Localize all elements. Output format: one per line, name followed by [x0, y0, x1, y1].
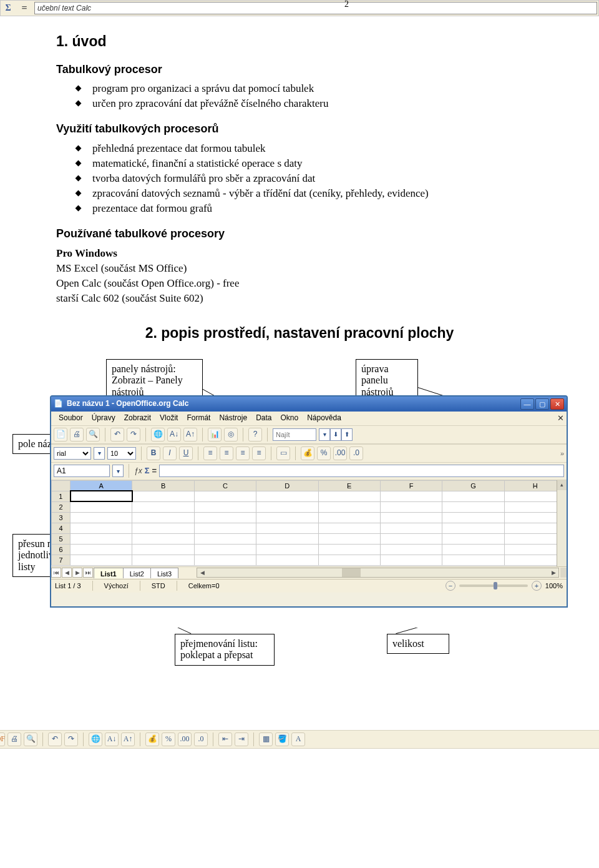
menu-nastroje[interactable]: Nástroje — [215, 412, 251, 425]
sort-asc-icon[interactable]: A↓ — [167, 428, 181, 441]
pdf-icon[interactable]: PDF — [0, 732, 5, 746]
maximize-button[interactable]: ▢ — [535, 398, 549, 410]
column-header[interactable]: B — [132, 480, 194, 491]
close-button[interactable]: ✕ — [550, 398, 564, 410]
sort-desc-icon[interactable]: A↑ — [121, 732, 135, 746]
preview-icon[interactable]: 🔍 — [86, 428, 100, 441]
find-input[interactable] — [273, 428, 316, 441]
row-header[interactable]: 6 — [52, 544, 71, 555]
currency-icon[interactable]: 💰 — [301, 446, 314, 460]
chevron-down-icon[interactable]: ▾ — [94, 447, 105, 460]
percent-icon[interactable]: % — [317, 446, 331, 460]
remove-decimal-icon[interactable]: .0 — [194, 732, 208, 746]
menu-napoveda[interactable]: Nápověda — [303, 412, 345, 425]
row-header[interactable]: 7 — [52, 555, 71, 565]
row-header[interactable]: 3 — [52, 512, 71, 523]
select-all-corner[interactable] — [52, 480, 71, 491]
equals-icon[interactable]: = — [152, 466, 157, 476]
zoom-in-button[interactable]: + — [532, 581, 542, 591]
menu-data[interactable]: Data — [252, 412, 275, 425]
row-header[interactable]: 4 — [52, 523, 71, 533]
close-doc-icon[interactable]: ✕ — [557, 413, 564, 424]
cell[interactable] — [71, 501, 132, 512]
align-center-icon[interactable]: ≡ — [220, 446, 233, 460]
increase-indent-icon[interactable]: ⇥ — [235, 732, 248, 746]
chart-icon[interactable]: 📊 — [208, 428, 222, 441]
column-header[interactable]: F — [380, 480, 442, 491]
zoom-slider[interactable] — [459, 584, 528, 587]
column-header[interactable]: E — [318, 480, 380, 491]
font-select[interactable]: rial — [54, 447, 91, 460]
find-prev-icon[interactable]: ⬇ — [330, 428, 341, 441]
percent-icon[interactable]: % — [162, 732, 175, 746]
menu-format[interactable]: Formát — [183, 412, 214, 425]
column-header[interactable]: C — [194, 480, 256, 491]
menu-soubor[interactable]: Soubor — [55, 412, 87, 425]
align-left-icon[interactable]: ≡ — [203, 446, 217, 460]
fontcolor-icon[interactable]: A — [291, 732, 305, 746]
name-box[interactable] — [54, 465, 110, 477]
menu-okno[interactable]: Okno — [276, 412, 302, 425]
tab-next-icon[interactable]: ▶ — [72, 568, 82, 578]
hyperlink-icon[interactable]: 🌐 — [89, 732, 102, 746]
sort-asc-icon[interactable]: A↓ — [105, 732, 119, 746]
undo-icon[interactable]: ↶ — [48, 732, 62, 746]
redo-icon[interactable]: ↷ — [127, 428, 140, 441]
sigma-icon[interactable]: Σ — [145, 466, 150, 476]
sheet-tab[interactable]: List2 — [123, 568, 151, 578]
vertical-scrollbar[interactable]: ▴ — [557, 480, 567, 566]
fontsize-select[interactable]: 10 — [107, 447, 136, 460]
sheet-tab[interactable]: List3 — [150, 568, 178, 578]
align-right-icon[interactable]: ≡ — [236, 446, 250, 460]
column-header[interactable]: G — [442, 480, 504, 491]
print-icon[interactable]: 🖨 — [70, 428, 84, 441]
hyperlink-icon[interactable]: 🌐 — [151, 428, 165, 441]
row-header[interactable]: 5 — [52, 533, 71, 544]
split-handle[interactable] — [560, 568, 567, 578]
row-header[interactable]: 2 — [52, 501, 71, 512]
column-header[interactable]: D — [256, 480, 318, 491]
pdf-icon[interactable]: 📄 — [54, 428, 67, 441]
find-dropdown-icon[interactable]: ▾ — [319, 428, 330, 441]
sort-desc-icon[interactable]: A↑ — [183, 428, 197, 441]
horizontal-scrollbar[interactable]: ◀▶ — [197, 568, 559, 578]
align-justify-icon[interactable]: ≡ — [252, 446, 266, 460]
cell[interactable] — [442, 491, 504, 501]
sheet-tab[interactable]: List1 — [94, 568, 124, 578]
merge-cells-icon[interactable]: ▭ — [276, 446, 290, 460]
chevron-down-icon[interactable]: ▾ — [112, 465, 124, 477]
borders-icon[interactable]: ▦ — [259, 732, 273, 746]
tab-prev-icon[interactable]: ◀ — [62, 568, 72, 578]
underline-button[interactable]: U — [179, 446, 193, 460]
redo-icon[interactable]: ↷ — [64, 732, 78, 746]
column-header[interactable]: A — [71, 480, 132, 491]
print-icon[interactable]: 🖨 — [7, 732, 21, 746]
menu-upravy[interactable]: Úpravy — [88, 412, 119, 425]
help-icon[interactable]: ? — [248, 428, 262, 441]
add-decimal-icon[interactable]: .00 — [333, 446, 347, 460]
formula-input[interactable] — [159, 465, 564, 477]
minimize-button[interactable]: — — [520, 398, 534, 410]
row-header[interactable]: 1 — [52, 491, 71, 501]
decrease-indent-icon[interactable]: ⇤ — [218, 732, 232, 746]
menu-zobrazit[interactable]: Zobrazit — [120, 412, 155, 425]
menu-vlozit[interactable]: Vložit — [156, 412, 182, 425]
italic-button[interactable]: I — [163, 446, 177, 460]
cell[interactable] — [71, 491, 132, 501]
tab-first-icon[interactable]: ⏮ — [51, 568, 61, 578]
undo-icon[interactable]: ↶ — [110, 428, 124, 441]
cell[interactable] — [194, 491, 256, 501]
navigator-icon[interactable]: ◎ — [224, 428, 238, 441]
bgcolor-icon[interactable]: 🪣 — [275, 732, 289, 746]
cell[interactable] — [132, 491, 194, 501]
cell[interactable] — [318, 491, 380, 501]
find-next-icon[interactable]: ⬆ — [341, 428, 353, 441]
preview-icon[interactable]: 🔍 — [24, 732, 37, 746]
remove-decimal-icon[interactable]: .0 — [349, 446, 363, 460]
zoom-out-button[interactable]: − — [446, 581, 455, 591]
cell[interactable] — [256, 491, 318, 501]
tab-last-icon[interactable]: ⏭ — [83, 568, 93, 578]
add-decimal-icon[interactable]: .00 — [178, 732, 192, 746]
toolbar-overflow-icon[interactable]: » — [560, 449, 564, 458]
cell[interactable] — [380, 491, 442, 501]
